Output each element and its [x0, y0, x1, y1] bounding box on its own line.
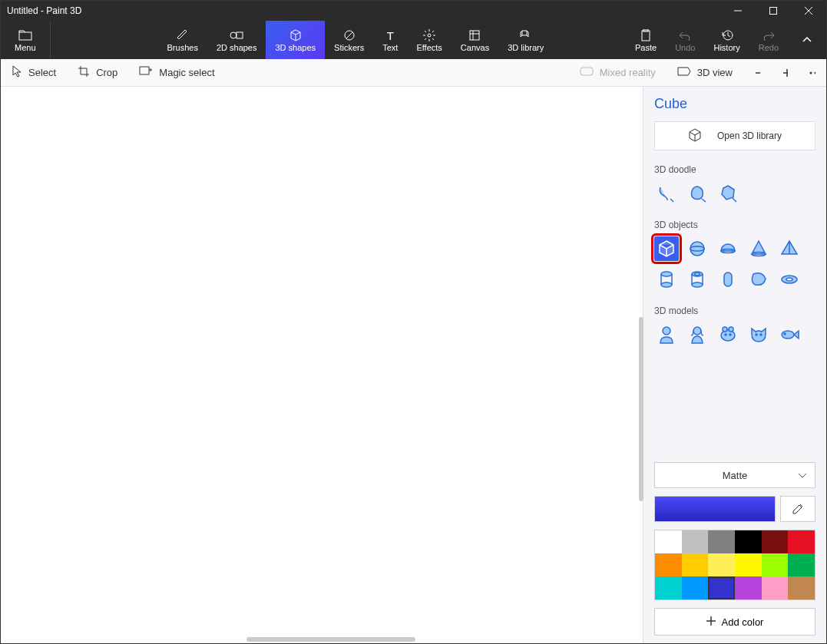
history-button[interactable]: History — [704, 21, 749, 59]
object-pyramid[interactable] — [777, 236, 802, 261]
redo-button[interactable]: Redo — [749, 21, 788, 59]
crop-tool[interactable]: Crop — [67, 65, 128, 80]
doodle-soft[interactable] — [685, 181, 710, 206]
color-swatch[interactable] — [735, 576, 762, 599]
object-cylinder[interactable] — [654, 267, 679, 292]
svg-point-54 — [760, 334, 762, 335]
svg-line-8 — [346, 32, 352, 38]
object-hemisphere[interactable] — [716, 236, 740, 261]
tab-3dlibrary[interactable]: 3D library — [498, 21, 553, 59]
svg-point-48 — [721, 330, 735, 341]
main-area: Cube Open 3D library 3D doodle — [1, 87, 826, 643]
select-label: Select — [28, 67, 56, 78]
title-bar: Untitled - Paint 3D — [1, 1, 826, 21]
shapes3d-icon — [289, 28, 302, 43]
color-swatch[interactable] — [682, 553, 709, 576]
object-cube[interactable] — [654, 236, 679, 261]
current-color-swatch[interactable] — [654, 496, 776, 522]
color-swatch[interactable] — [735, 530, 762, 553]
tab-label: Canvas — [461, 43, 489, 52]
svg-point-49 — [723, 327, 727, 332]
svg-line-33 — [733, 198, 736, 202]
svg-point-34 — [690, 242, 704, 256]
mixed-reality-icon — [580, 67, 594, 78]
tab-3dshapes[interactable]: 3D shapes — [266, 21, 325, 59]
tab-2dshapes[interactable]: 2D shapes — [207, 21, 266, 59]
object-torus[interactable] — [777, 267, 802, 292]
model-man[interactable] — [654, 322, 679, 347]
svg-rect-25 — [581, 68, 593, 75]
color-swatch[interactable] — [655, 553, 682, 576]
tab-stickers[interactable]: Stickers — [325, 21, 373, 59]
color-swatch[interactable] — [788, 576, 815, 599]
color-swatch[interactable] — [708, 553, 735, 576]
tab-text[interactable]: T Text — [373, 21, 407, 59]
tab-canvas[interactable]: Canvas — [452, 21, 498, 59]
minimize-button[interactable] — [720, 1, 756, 21]
undo-label: Undo — [675, 43, 695, 52]
model-fish[interactable] — [777, 322, 802, 347]
object-cone[interactable] — [746, 236, 771, 261]
svg-line-15 — [432, 38, 434, 40]
tab-label: 3D library — [508, 43, 544, 52]
svg-point-5 — [230, 32, 237, 38]
color-swatch[interactable] — [682, 576, 709, 599]
canvas[interactable] — [1, 87, 643, 643]
object-sphere[interactable] — [685, 236, 710, 261]
model-cat[interactable] — [746, 322, 771, 347]
view3d-label: 3D view — [697, 67, 733, 78]
undo-button[interactable]: Undo — [666, 21, 704, 59]
object-capsule[interactable] — [716, 267, 740, 292]
add-color-button[interactable]: Add color — [654, 608, 815, 636]
color-swatch[interactable] — [735, 553, 762, 576]
paste-button[interactable]: Paste — [626, 21, 666, 59]
sticker-icon — [343, 28, 356, 43]
color-swatch[interactable] — [762, 553, 789, 576]
eyedropper-button[interactable] — [780, 496, 815, 522]
magic-select-tool[interactable]: Magic select — [128, 66, 225, 79]
collapse-ribbon-button[interactable] — [788, 21, 826, 59]
color-swatch[interactable] — [788, 530, 815, 553]
color-swatch[interactable] — [762, 530, 789, 553]
open-3d-library-button[interactable]: Open 3D library — [654, 121, 815, 150]
color-swatch[interactable] — [708, 576, 735, 599]
cursor-icon — [12, 65, 22, 80]
svg-line-16 — [432, 31, 434, 32]
redo-label: Redo — [759, 43, 779, 52]
color-swatch[interactable] — [655, 576, 682, 599]
svg-point-47 — [693, 327, 701, 335]
tab-effects[interactable]: Effects — [407, 21, 451, 59]
close-button[interactable] — [791, 1, 826, 21]
object-tube[interactable] — [685, 267, 710, 292]
doodle-tube[interactable] — [654, 181, 679, 206]
vertical-scrollbar[interactable] — [639, 317, 643, 501]
history-icon — [721, 28, 733, 43]
magic-label: Magic select — [159, 67, 214, 78]
model-dog[interactable] — [716, 322, 740, 347]
doodle-sharp[interactable] — [716, 181, 740, 206]
section-3d-objects: 3D objects — [654, 220, 815, 230]
more-button[interactable] — [799, 71, 826, 74]
menu-button[interactable]: Menu — [1, 21, 51, 59]
svg-line-17 — [425, 38, 426, 40]
color-swatch[interactable] — [682, 530, 709, 553]
model-woman[interactable] — [685, 322, 710, 347]
tab-brushes[interactable]: Brushes — [158, 21, 207, 59]
svg-point-50 — [729, 327, 733, 332]
material-dropdown[interactable]: Matte — [654, 462, 815, 488]
select-tool[interactable]: Select — [1, 65, 67, 80]
horizontal-scrollbar[interactable] — [246, 637, 415, 642]
maximize-button[interactable] — [756, 1, 791, 21]
svg-rect-1 — [770, 8, 777, 15]
color-swatch[interactable] — [788, 553, 815, 576]
color-swatch[interactable] — [708, 530, 735, 553]
object-curved[interactable] — [746, 267, 771, 292]
zoom-out-button[interactable] — [743, 68, 771, 78]
svg-rect-43 — [724, 272, 732, 286]
3d-view-button[interactable]: 3D view — [667, 67, 743, 78]
plus-icon — [706, 616, 716, 628]
models-grid — [654, 322, 815, 347]
zoom-in-button[interactable] — [771, 68, 799, 78]
color-swatch[interactable] — [762, 576, 789, 599]
color-swatch[interactable] — [655, 530, 682, 553]
